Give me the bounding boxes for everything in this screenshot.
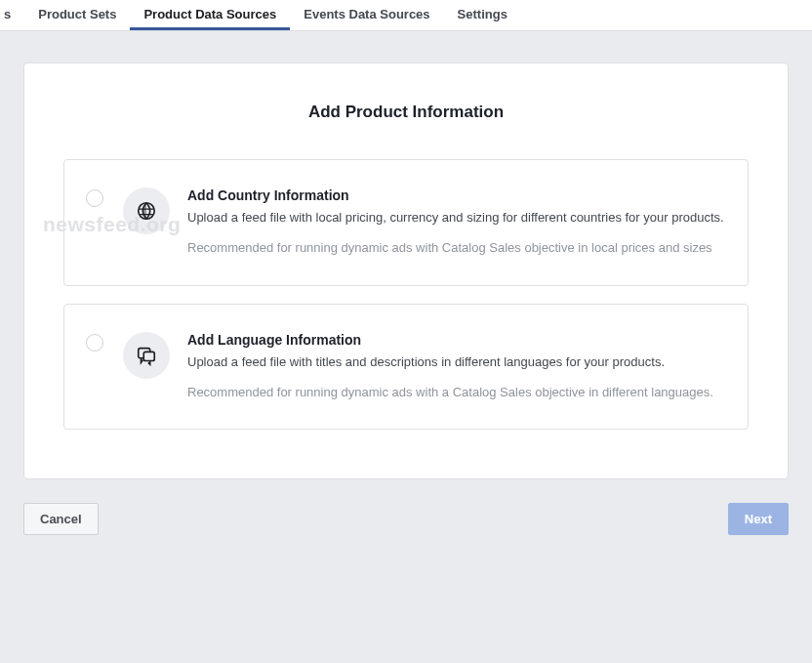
globe-icon xyxy=(123,187,170,234)
option-add-country[interactable]: Add Country Information Upload a feed fi… xyxy=(63,159,749,286)
option-add-language[interactable]: Add Language Information Upload a feed f… xyxy=(63,304,749,431)
tab-events-data-sources[interactable]: Events Data Sources xyxy=(290,0,443,30)
page-title: Add Product Information xyxy=(63,103,749,122)
option-language-title: Add Language Information xyxy=(187,332,726,348)
tab-cut[interactable]: s xyxy=(0,0,24,30)
tab-product-data-sources[interactable]: Product Data Sources xyxy=(130,0,290,30)
page-body: Add Product Information Add Country Info… xyxy=(0,31,812,503)
tab-bar: s Product Sets Product Data Sources Even… xyxy=(0,0,812,31)
option-language-text: Add Language Information Upload a feed f… xyxy=(187,332,726,402)
svg-rect-2 xyxy=(143,352,154,360)
radio-language[interactable] xyxy=(86,334,103,352)
language-icon xyxy=(123,332,170,379)
option-country-desc: Upload a feed file with local pricing, c… xyxy=(187,209,726,228)
footer: Cancel Next xyxy=(0,503,812,555)
option-country-text: Add Country Information Upload a feed fi… xyxy=(187,187,726,258)
next-button[interactable]: Next xyxy=(728,503,789,535)
option-language-desc: Upload a feed file with titles and descr… xyxy=(187,353,726,372)
cancel-button[interactable]: Cancel xyxy=(23,503,99,535)
option-country-title: Add Country Information xyxy=(187,187,726,203)
radio-country[interactable] xyxy=(86,189,103,207)
main-card: Add Product Information Add Country Info… xyxy=(23,62,789,479)
tab-product-sets[interactable]: Product Sets xyxy=(24,0,130,30)
tab-settings[interactable]: Settings xyxy=(444,0,521,30)
option-language-rec: Recommended for running dynamic ads with… xyxy=(187,384,726,402)
option-country-rec: Recommended for running dynamic ads with… xyxy=(187,239,726,258)
